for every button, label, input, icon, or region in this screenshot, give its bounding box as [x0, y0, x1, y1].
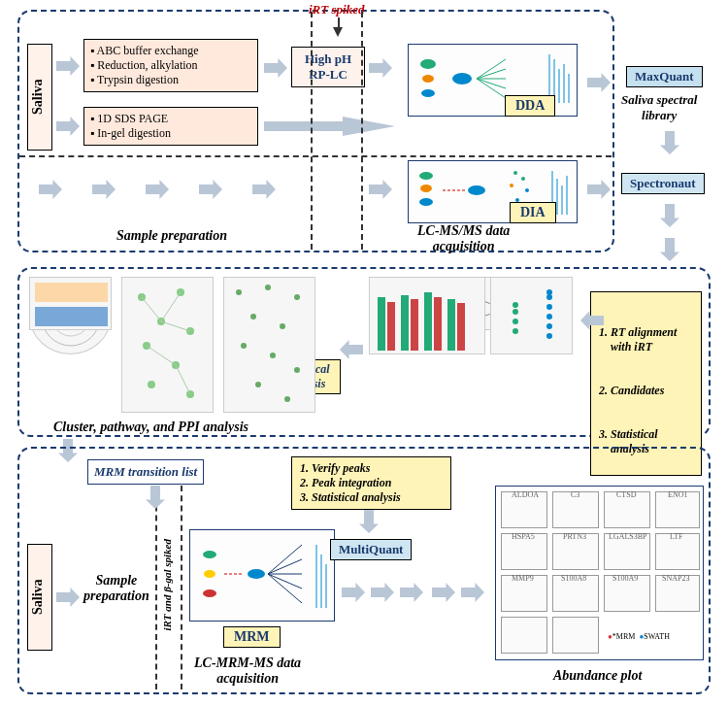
step-text: 1. RT alignment with iRT: [599, 325, 693, 354]
svg-point-21: [510, 184, 513, 187]
svg-point-80: [294, 367, 300, 373]
svg-point-18: [468, 185, 485, 195]
svg-point-48: [513, 328, 518, 334]
hplc-box: High pH RP-LC: [291, 47, 365, 87]
maxquant-box: MaxQuant: [626, 66, 703, 87]
svg-point-75: [294, 294, 300, 300]
dash-divider: [361, 12, 363, 250]
pathway-network-icon: [223, 277, 315, 413]
bar-plot-icon: [369, 277, 485, 354]
prep-box-1: ABC buffer exchange Reduction, alkylatio…: [83, 39, 258, 92]
svg-line-69: [161, 292, 181, 321]
svg-rect-37: [378, 297, 385, 351]
legend-swath: SWATH: [644, 632, 670, 641]
mrm-ms-box: [189, 529, 335, 622]
svg-line-88: [268, 545, 302, 574]
svg-point-47: [513, 302, 518, 308]
svg-point-50: [546, 304, 552, 310]
step-text: 3. Statistical analysis: [300, 490, 443, 505]
mini-plot-label: S100A9: [612, 574, 638, 583]
svg-point-19: [513, 171, 517, 175]
cluster-label: Cluster, pathway, and PPI analysis: [53, 420, 248, 435]
prep1-item: Reduction, alkylation: [90, 58, 251, 73]
cluster-plots-group: [29, 277, 320, 418]
mrm-label: MRM: [223, 626, 281, 648]
mini-plot: S100A9: [604, 575, 650, 612]
prep2-item: 1D SDS PAGE: [90, 112, 251, 126]
mini-plot: CTSD: [604, 491, 650, 528]
svg-point-16: [419, 198, 433, 206]
mini-plot: PRTN3: [552, 533, 599, 570]
svg-point-81: [255, 382, 261, 387]
svg-line-68: [142, 297, 161, 321]
mini-plot-label: MMP9: [512, 574, 534, 583]
mini-plot-label: C3: [571, 490, 579, 499]
boxplot-icon: [29, 277, 112, 330]
mrm-transition-list: MRM transition list: [87, 459, 204, 485]
scatter-plot-icon: [490, 277, 573, 354]
verify-steps-box: 1. Verify peaks 2. Peak integration 3. S…: [291, 456, 451, 510]
mini-plot: SNAP23: [655, 575, 700, 612]
step-text: 1. Verify peaks: [300, 461, 443, 476]
mini-plot-label: ALDOA: [512, 490, 539, 499]
svg-line-7: [477, 79, 506, 88]
svg-line-71: [147, 346, 176, 365]
irt-spiked-label: iRT spiked: [309, 2, 364, 17]
svg-line-72: [176, 365, 190, 394]
arrow-down-icon: [660, 131, 679, 154]
section-sample-prep: Sample preparation: [116, 228, 227, 244]
mini-plot: C3: [552, 491, 599, 528]
mini-plot: HSPA5: [501, 533, 547, 570]
dash-divider: [155, 486, 157, 689]
legend-row: ●*MRM ●SWATH: [608, 632, 670, 641]
svg-point-45: [513, 309, 518, 315]
step-text: 2. Candidates: [599, 384, 693, 398]
svg-point-22: [525, 188, 529, 192]
svg-line-89: [268, 559, 302, 574]
abundance-plot-grid: ALDOA C3 CTSD ENO1 HSPA5 PRTN3 LGALS3BP …: [495, 486, 704, 660]
svg-point-51: [546, 314, 552, 319]
mini-plot: [552, 617, 599, 654]
svg-point-76: [250, 314, 256, 319]
mini-plot-label: PRTN3: [563, 532, 586, 541]
saliva-tab-bottom: Saliva: [27, 544, 52, 651]
svg-point-2: [421, 89, 435, 97]
svg-point-0: [420, 59, 436, 69]
svg-point-78: [241, 343, 247, 349]
saliva-text-top: Saliva: [30, 80, 45, 116]
svg-line-70: [161, 321, 190, 331]
svg-point-87: [248, 569, 265, 579]
svg-point-66: [148, 381, 155, 388]
svg-rect-59: [35, 307, 108, 326]
spectronaut-box: Spectronaut: [621, 173, 705, 194]
mini-plot: MMP9: [501, 575, 547, 612]
mini-plot: ENO1: [655, 491, 700, 528]
ms-spectrum-icon: [190, 530, 336, 622]
legend-mrm: *MRM: [612, 632, 636, 641]
svg-point-74: [265, 285, 271, 290]
svg-point-20: [521, 177, 525, 181]
mini-plot-label: S100A8: [561, 574, 586, 583]
dash-divider: [181, 486, 182, 689]
mini-plot-label: ENO1: [668, 490, 687, 499]
irt-bgal-label: iRT and β-gal spiked: [161, 539, 173, 631]
svg-rect-58: [35, 283, 108, 302]
mini-plot: [501, 617, 547, 654]
svg-rect-43: [447, 299, 455, 351]
svg-rect-44: [457, 303, 465, 351]
arrow-down-icon: [660, 238, 679, 261]
prep1-item: Trypsin digestion: [90, 73, 251, 87]
mrm-acq-label: LC-MRM-MS data acquisition: [194, 656, 301, 687]
mini-plot: LGALS3BP: [604, 533, 650, 570]
svg-line-5: [477, 69, 506, 79]
prep2-item: In-gel digestion: [90, 126, 251, 141]
svg-point-3: [452, 73, 472, 84]
mini-plot-label: HSPA5: [512, 532, 535, 541]
svg-point-85: [203, 589, 216, 597]
svg-rect-39: [401, 295, 409, 351]
svg-line-91: [268, 574, 302, 588]
svg-point-84: [204, 570, 215, 578]
saliva-tab-top: Saliva: [27, 44, 52, 151]
svg-rect-42: [434, 297, 442, 351]
svg-rect-40: [411, 299, 418, 351]
